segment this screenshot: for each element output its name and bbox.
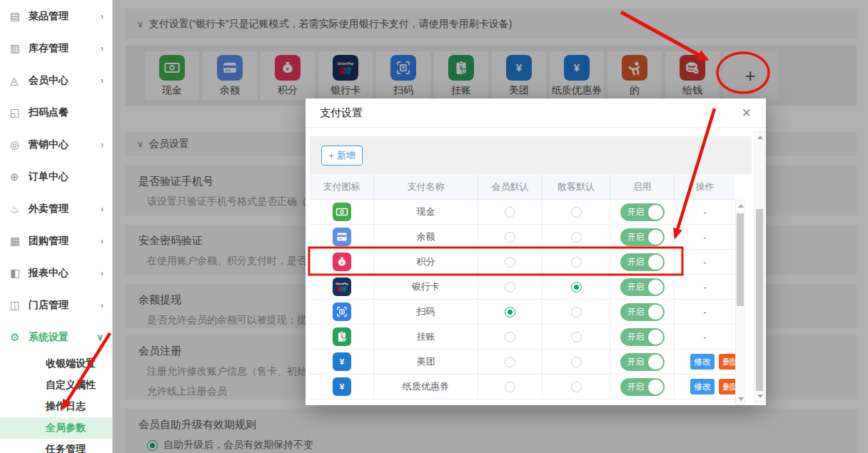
member-default-radio[interactable] (505, 207, 515, 218)
col-header-icon: 支付图标 (310, 174, 374, 199)
close-icon[interactable]: ✕ (742, 107, 752, 119)
sidebar-subitem-label: 自定义属性 (46, 379, 96, 392)
payment-name: 余额 (374, 225, 478, 249)
sidebar-subitem-task-management[interactable]: 任务管理 (0, 439, 112, 453)
member-default-radio[interactable] (505, 332, 515, 342)
add-payment-button[interactable]: + 新增 (321, 146, 363, 166)
toggle-knob (648, 255, 663, 270)
sidebar-item-members[interactable]: ◬ 会员中心 › (0, 64, 112, 96)
box-icon: ▥ (10, 42, 24, 55)
sidebar-item-system-settings[interactable]: ⚙ 系统设置 ∨ (0, 321, 112, 353)
guest-default-radio[interactable] (571, 232, 582, 243)
sidebar-item-group-buy[interactable]: ▦ 团购管理 › (0, 225, 112, 257)
scroll-up-icon[interactable] (757, 136, 763, 139)
svg-text:★: ★ (340, 260, 343, 265)
chevron-right-icon: › (101, 43, 104, 54)
payment-table: 支付图标 支付名称 会员默认 散客默认 启用 操作 现金 开启 - (310, 174, 735, 399)
dialog-title: 支付设置 (320, 106, 363, 120)
table-row-bankcard: UnionPay 银行卡 开启 - (310, 275, 735, 300)
chevron-right-icon: › (101, 235, 104, 246)
sidebar-subitem-label: 收银端设置 (46, 357, 96, 370)
member-default-radio[interactable] (505, 307, 515, 317)
sidebar-subitem-custom-attributes[interactable]: 自定义属性 (0, 375, 112, 396)
svg-text:¥: ¥ (339, 357, 344, 366)
chevron-right-icon: › (101, 268, 104, 278)
yuan-icon: ¥ (333, 352, 351, 371)
sidebar-item-qr-ordering[interactable]: ◱ 扫码点餐 (0, 96, 112, 128)
enable-toggle[interactable]: 开启 (620, 203, 665, 221)
member-default-radio[interactable] (505, 382, 515, 392)
payment-name: 银行卡 (374, 275, 478, 299)
toggle-knob (648, 380, 663, 395)
enable-toggle[interactable]: 开启 (620, 278, 665, 296)
sidebar-item-orders[interactable]: ⊕ 订单中心 (0, 161, 112, 193)
chevron-right-icon: › (101, 203, 104, 214)
sidebar-subitem-label: 任务管理 (46, 443, 86, 453)
scrollbar-thumb[interactable] (737, 213, 744, 306)
toggle-label: 开启 (627, 206, 645, 218)
guest-default-radio[interactable] (571, 357, 582, 367)
dialog-header: 支付设置 ✕ (306, 98, 766, 128)
guest-default-radio[interactable] (571, 282, 582, 292)
scrollbar-thumb[interactable] (756, 209, 763, 391)
toggle-knob (648, 330, 663, 345)
takeout-bell-icon: ♨ (10, 203, 24, 215)
no-action-dash: - (703, 232, 706, 243)
table-scrollbar[interactable] (735, 200, 745, 405)
guest-default-radio[interactable] (571, 207, 582, 218)
sidebar-item-label: 会员中心 (29, 74, 69, 87)
sidebar-item-inventory[interactable]: ▥ 库存管理 › (0, 32, 112, 64)
scroll-down-icon[interactable] (738, 397, 744, 401)
sidebar-item-label: 菜品管理 (29, 10, 69, 23)
guest-default-radio[interactable] (571, 332, 582, 342)
sidebar-subitem-pos-settings[interactable]: 收银端设置 (0, 353, 112, 375)
sidebar-item-dishes[interactable]: ▤ 菜品管理 › (0, 0, 112, 32)
sidebar-item-takeout[interactable]: ♨ 外卖管理 › (0, 193, 112, 225)
table-row-meituan: ¥ 美团 开启 修改 删除 (310, 350, 735, 375)
sidebar-item-stores[interactable]: ◫ 门店管理 › (0, 289, 112, 321)
member-default-radio[interactable] (505, 357, 515, 367)
sidebar-subitem-operation-log[interactable]: 操作日志 (0, 396, 112, 417)
table-toolbar: + 新增 (310, 136, 752, 174)
guest-default-radio[interactable] (571, 257, 582, 268)
delete-button[interactable]: 删除 (719, 354, 735, 370)
toggle-label: 开启 (627, 356, 645, 368)
sidebar-item-marketing[interactable]: ◎ 营销中心 › (0, 128, 112, 161)
sidebar-item-reports[interactable]: ◧ 报表中心 › (0, 257, 112, 289)
table-row-scan: ¥ 扫码 开启 - (310, 300, 735, 325)
member-default-radio[interactable] (505, 282, 515, 292)
points-moneybag-icon: ★ (333, 253, 351, 271)
dialog-scrollbar[interactable] (755, 131, 764, 402)
member-default-radio[interactable] (505, 257, 515, 268)
toggle-label: 开启 (627, 256, 645, 268)
enable-toggle[interactable]: 开启 (620, 328, 665, 346)
delete-button[interactable]: 删除 (719, 379, 735, 395)
payment-name: 纸质优惠券 (374, 375, 478, 399)
modify-button[interactable]: 修改 (690, 379, 715, 395)
modify-button[interactable]: 修改 (690, 354, 715, 370)
scroll-down-icon[interactable] (757, 395, 763, 398)
enable-toggle[interactable]: 开启 (620, 228, 665, 246)
sidebar-subitem-global-parameters[interactable]: 全局参数 (0, 417, 112, 439)
table-row-balance: 余额 开启 - (310, 225, 735, 250)
guest-default-radio[interactable] (571, 307, 582, 317)
scroll-up-icon[interactable] (738, 204, 744, 208)
enable-toggle[interactable]: 开启 (620, 303, 665, 321)
payment-name: 扫码 (374, 300, 478, 324)
member-default-radio[interactable] (505, 232, 515, 243)
table-row-points: ★ 积分 开启 - (310, 250, 735, 275)
enable-toggle[interactable]: 开启 (620, 378, 665, 396)
chevron-right-icon: › (101, 300, 104, 310)
balance-card-icon (333, 228, 351, 246)
payment-settings-dialog: 支付设置 ✕ + 新增 支付图标 支付名称 会员默认 散客默认 启用 操作 (306, 98, 766, 405)
guest-default-radio[interactable] (571, 382, 582, 392)
payment-name: 挂账 (374, 325, 478, 349)
sidebar-item-label: 营销中心 (29, 138, 69, 151)
enable-toggle[interactable]: 开启 (620, 353, 665, 371)
credit-ledger-icon: ¥ (333, 327, 351, 346)
enable-toggle[interactable]: 开启 (620, 253, 665, 271)
svg-text:UnionPay: UnionPay (335, 283, 349, 285)
toggle-label: 开启 (627, 331, 645, 343)
no-action-dash: - (703, 207, 706, 218)
sidebar-item-label: 订单中心 (29, 170, 69, 183)
